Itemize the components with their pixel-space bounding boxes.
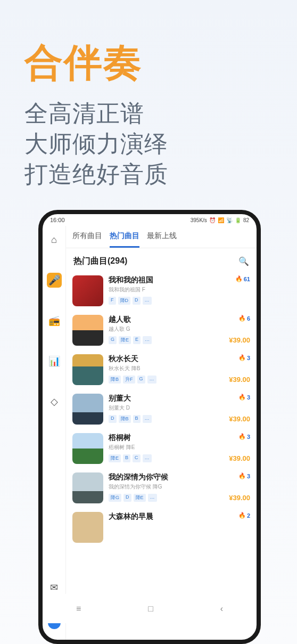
song-tags: 降EBC… [109,454,152,462]
song-thumbnail [72,472,103,503]
song-tags: 降GD降E… [109,494,157,502]
song-info: 我和我的祖国🔥 61我和我的祖国 FF降DD… [109,275,250,306]
song-subtitle: 别董大 D [109,404,250,412]
song-subtitle: 越人歌 G [109,325,250,333]
song-title: 别董大 [109,394,131,403]
song-row[interactable]: 梧桐树🔥 3梧桐树 降E降EBC…¥39.00 [72,429,250,468]
song-info: 我的深情为你守候🔥 3我的深情为你守候 降G降GD降E…¥39.00 [109,472,250,503]
key-tag[interactable]: 降E [119,336,131,344]
song-thumbnail [72,354,103,385]
song-info: 越人歌🔥 6越人歌 GG降EE…¥39.00 [109,315,250,346]
song-price: ¥39.00 [229,336,250,344]
main-content: 所有曲目 热门曲目 最新上线 热门曲目(294) 🔍 我和我的祖国🔥 61我和我… [66,226,257,640]
key-tag[interactable]: 降G [109,494,121,502]
search-icon[interactable]: 🔍 [238,256,249,266]
mic-icon[interactable]: 🎤 [47,273,62,288]
battery-icon: 🔋 [235,217,241,223]
flame-icon: 🔥 [235,275,243,282]
song-row[interactable]: 越人歌🔥 6越人歌 GG降EE…¥39.00 [72,311,250,350]
flame-icon: 🔥 [238,433,246,440]
key-tag[interactable]: D [123,494,131,502]
key-tag[interactable]: 降D [118,297,131,305]
song-row[interactable]: 秋水长天🔥 3秋水长天 降B降B升FG…¥39.00 [72,350,250,389]
song-title: 越人歌 [109,315,131,324]
tab-hot[interactable]: 热门曲目 [110,231,139,248]
song-thumbnail [72,433,103,464]
hot-badge: 🔥 6 [238,315,250,322]
diamond-icon[interactable]: ◇ [47,394,62,409]
flame-icon: 🔥 [238,394,246,401]
tabs: 所有曲目 热门曲目 最新上线 [66,226,257,248]
key-tag[interactable]: G [109,336,117,344]
promo-line: 大师倾力演绎 [24,128,297,159]
key-tag[interactable]: … [143,454,152,462]
key-tag[interactable]: F [109,297,116,305]
song-tags: G降EE… [109,336,152,344]
status-net: 395K/s [191,217,207,223]
key-tag[interactable]: … [143,415,152,423]
song-tags: 降B升FG… [109,376,156,384]
key-tag[interactable]: … [143,297,152,305]
key-tag[interactable]: 降B [119,415,131,423]
signal-icon: 📶 [218,217,224,223]
app-body: ⌂ 🎤 📻 📊 ◇ ✉ 所有曲目 热门曲目 最新上线 热门曲目(294) 🔍 我… [43,226,257,640]
song-row[interactable]: 我的深情为你守候🔥 3我的深情为你守候 降G降GD降E…¥39.00 [72,468,250,508]
song-tags: D降BB… [109,415,152,423]
song-row[interactable]: 我和我的祖国🔥 61我和我的祖国 FF降DD… [72,271,250,311]
song-info: 别董大🔥 3别董大 DD降BB…¥39.00 [109,394,250,425]
nav-home-button[interactable]: □ [148,604,153,614]
key-tag[interactable]: 降E [134,494,146,502]
key-tag[interactable]: 降E [109,454,121,462]
key-tag[interactable]: 降B [109,376,121,384]
section-header: 热门曲目(294) 🔍 [66,248,257,271]
song-info: 秋水长天🔥 3秋水长天 降B降B升FG…¥39.00 [109,354,250,385]
key-tag[interactable]: B [123,454,130,462]
song-title: 我和我的祖国 [109,275,153,285]
song-list[interactable]: 我和我的祖国🔥 61我和我的祖国 FF降DD…越人歌🔥 6越人歌 GG降EE…¥… [66,271,257,640]
key-tag[interactable]: 升F [123,376,135,384]
song-subtitle: 我和我的祖国 F [109,286,250,294]
radio-icon[interactable]: 📻 [47,313,62,328]
section-title: 热门曲目(294) [73,256,127,267]
flame-icon: 🔥 [238,512,246,519]
key-tag[interactable]: B [133,415,141,423]
nav-back-button[interactable]: ‹ [220,604,223,614]
alarm-icon: ⏰ [209,217,216,223]
home-icon[interactable]: ⌂ [47,232,62,247]
key-tag[interactable]: C [133,454,141,462]
key-tag[interactable]: E [133,336,141,344]
status-time: 16:00 [50,217,65,223]
hot-badge: 🔥 3 [238,433,250,440]
promo-subtitle: 全高清正谱 大师倾力演绎 打造绝好音质 [0,98,297,190]
key-tag[interactable]: … [148,494,157,502]
tab-all[interactable]: 所有曲目 [72,231,102,248]
status-bar: 16:00 395K/s ⏰ 📶 📡 🔋 82 [43,214,257,226]
song-row[interactable]: 别董大🔥 3别董大 DD降BB…¥39.00 [72,389,250,429]
flame-icon: 🔥 [238,472,246,479]
key-tag[interactable]: G [137,376,145,384]
chart-icon[interactable]: 📊 [47,354,62,369]
song-title: 秋水长天 [109,354,138,364]
promo-line: 全高清正谱 [24,98,297,128]
key-tag[interactable]: … [147,376,156,384]
song-title: 我的深情为你守候 [109,472,168,482]
song-thumbnail [72,512,103,543]
song-title: 梧桐树 [109,433,131,443]
tab-new[interactable]: 最新上线 [147,231,177,248]
wifi-icon: 📡 [226,217,233,223]
hot-badge: 🔥 3 [238,472,250,479]
android-nav-bar: ≡ □ ‹ [38,594,261,623]
nav-menu-button[interactable]: ≡ [76,604,81,614]
status-right: 395K/s ⏰ 📶 📡 🔋 82 [191,217,249,223]
song-subtitle: 我的深情为你守候 降G [109,483,250,491]
key-tag[interactable]: … [143,336,152,344]
status-battery: 82 [243,217,249,223]
key-tag[interactable]: D [133,297,141,305]
promo-line: 打造绝好音质 [24,159,297,189]
key-tag[interactable]: D [109,415,117,423]
song-row[interactable]: 大森林的早晨🔥 2 [72,508,250,547]
song-price: ¥39.00 [229,415,250,423]
flame-icon: 🔥 [238,315,246,322]
mail-icon[interactable]: ✉ [47,580,62,595]
song-title: 大森林的早晨 [109,512,153,521]
